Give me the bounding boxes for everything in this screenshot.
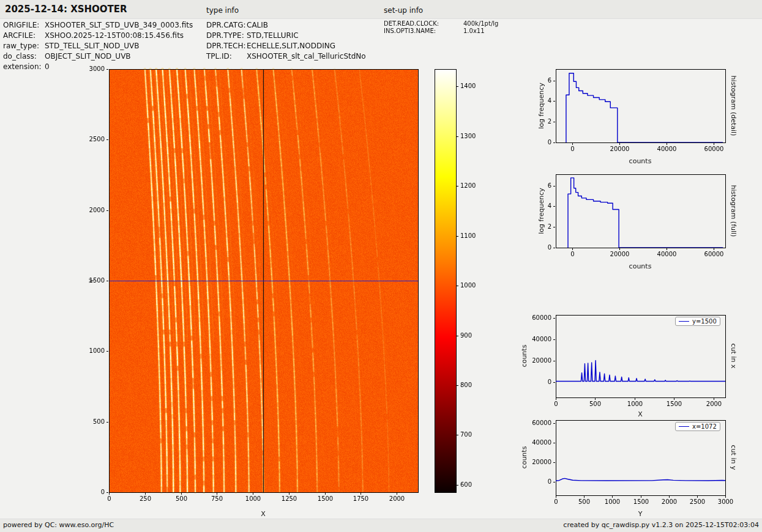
meta-key: TPL.ID: xyxy=(206,51,247,62)
meta-row-readclock: DET.READ.CLOCK:400k/1pt/lg xyxy=(384,20,498,28)
main-xaxis-label: X xyxy=(261,510,266,518)
meta-key: DET.READ.CLOCK: xyxy=(384,20,463,28)
meta-value: ECHELLE,SLIT,NODDING xyxy=(247,42,335,50)
cut-y-legend: x=1072 xyxy=(675,422,720,431)
cut-y-right-label: cut in y xyxy=(730,445,738,470)
meta-row-dprcatg: DPR.CATG:CALIB xyxy=(206,20,366,31)
metadata-middle-column: DPR.CATG:CALIB DPR.TYPE:STD,TELLURIC DPR… xyxy=(206,20,366,62)
cut-x-legend-label: y=1500 xyxy=(692,318,717,325)
meta-key: INS.OPTI3.NAME: xyxy=(384,28,463,35)
hist-detail-right-label: histogram (detail) xyxy=(730,76,738,136)
page-title: 2025-12-14: XSHOOTER xyxy=(5,4,127,15)
metadata-right-column: DET.READ.CLOCK:400k/1pt/lg INS.OPTI3.NAM… xyxy=(384,20,498,35)
meta-value: OBJECT_SLIT_NOD_UVB xyxy=(45,52,131,61)
meta-key: DPR.TYPE: xyxy=(206,31,247,41)
meta-key: DPR.TECH: xyxy=(206,41,247,51)
hist-full-ylabel: log frequency xyxy=(537,188,545,234)
hist-full-right-label: histogram (full) xyxy=(730,185,738,237)
meta-row-origfile: ORIGFILE:XSHOOTER_SLT_STD_UVB_349_0003.f… xyxy=(3,20,193,31)
footer-right-text: created by qc_rawdisp.py v1.2.3 on 2025-… xyxy=(563,521,759,529)
meta-key: ARCFILE: xyxy=(3,31,45,41)
meta-row-dprtype: DPR.TYPE:STD,TELLURIC xyxy=(206,31,366,41)
meta-row-extension: extension:0 xyxy=(3,62,193,72)
meta-row-rawtype: raw_type:STD_TELL_SLIT_NOD_UVB xyxy=(3,41,193,51)
meta-key: DPR.CATG: xyxy=(206,20,247,31)
main-yaxis-label: Y xyxy=(88,279,96,283)
type-info-label: type info xyxy=(206,6,239,15)
meta-row-tplid: TPL.ID:XSHOOTER_slt_cal_TelluricStdNo xyxy=(206,51,366,62)
cut-x-xlabel: X xyxy=(638,410,643,418)
hist-detail-ylabel: log frequency xyxy=(537,83,545,128)
meta-key: extension: xyxy=(3,62,45,72)
meta-row-doclass: do_class:OBJECT_SLIT_NOD_UVB xyxy=(3,51,193,62)
meta-value: CALIB xyxy=(247,21,268,29)
metadata-left-column: ORIGFILE:XSHOOTER_SLT_STD_UVB_349_0003.f… xyxy=(3,20,193,72)
meta-value: XSHOO.2025-12-15T00:08:15.456.fits xyxy=(45,31,184,40)
meta-row-arcfile: ARCFILE:XSHOO.2025-12-15T00:08:15.456.fi… xyxy=(3,31,193,41)
meta-row-opti3name: INS.OPTI3.NAME:1.0x11 xyxy=(384,28,498,35)
meta-value: STD_TELL_SLIT_NOD_UVB xyxy=(45,42,140,50)
cut-y-ylabel: counts xyxy=(520,446,528,469)
hist-detail-xlabel: counts xyxy=(629,157,652,165)
meta-key: do_class: xyxy=(3,51,45,62)
cut-x-right-label: cut in x xyxy=(730,344,738,369)
hist-full-xlabel: counts xyxy=(629,262,652,270)
meta-value: STD,TELLURIC xyxy=(247,31,299,40)
meta-value: 1.0x11 xyxy=(463,28,485,34)
cut-x-legend: y=1500 xyxy=(675,317,720,326)
legend-line-swatch xyxy=(679,426,689,427)
setup-info-label: set-up info xyxy=(384,6,423,15)
meta-value: 0 xyxy=(45,62,50,71)
cut-x-ylabel: counts xyxy=(520,345,528,368)
cut-y-xlabel: Y xyxy=(638,510,643,518)
meta-key: raw_type: xyxy=(3,41,45,51)
meta-value: XSHOOTER_slt_cal_TelluricStdNo xyxy=(247,52,366,61)
meta-row-dprtech: DPR.TECH:ECHELLE,SLIT,NODDING xyxy=(206,41,366,51)
meta-value: XSHOOTER_SLT_STD_UVB_349_0003.fits xyxy=(45,21,193,29)
cut-y-legend-label: x=1072 xyxy=(692,423,717,430)
qc-report-page: 2025-12-14: XSHOOTER type info set-up in… xyxy=(0,0,762,532)
footer-left-text: powered by QC: www.eso.org/HC xyxy=(3,521,114,529)
legend-line-swatch xyxy=(679,321,689,322)
meta-key: ORIGFILE: xyxy=(3,20,45,31)
meta-value: 400k/1pt/lg xyxy=(463,20,498,27)
